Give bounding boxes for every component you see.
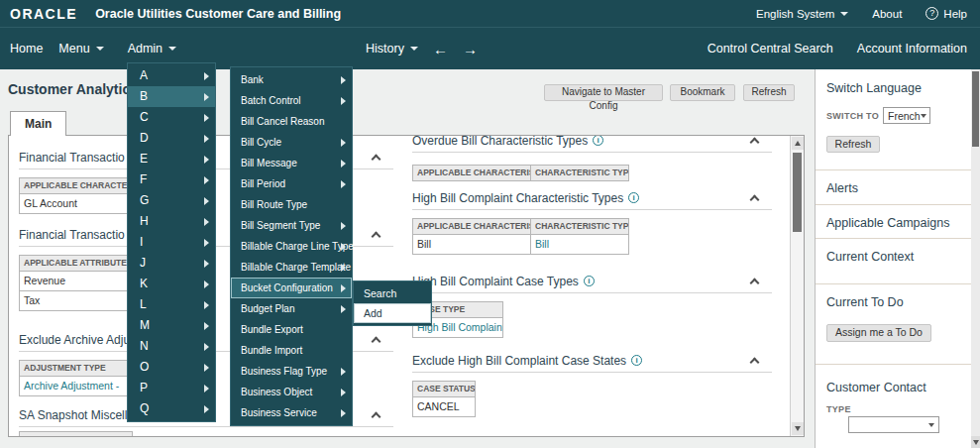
submenu-item-business-flag-type[interactable]: Business Flag Type: [231, 361, 352, 382]
admin-letter-menu: A B C D E F G H I J K L M N O P Q: [127, 62, 216, 422]
submenu-item-budget-plan[interactable]: Budget Plan: [231, 298, 352, 319]
scrollbar-thumb[interactable]: [793, 153, 802, 232]
admin-letter-a[interactable]: A: [128, 65, 215, 86]
scrollbar-thumb[interactable]: [972, 71, 979, 147]
submenu-item-bundle-import[interactable]: Bundle Import: [231, 340, 352, 361]
scroll-down-button[interactable]: [971, 436, 980, 448]
admin-letter-p[interactable]: P: [128, 378, 215, 398]
submenu-item-bill-message[interactable]: Bill Message: [231, 153, 352, 173]
info-icon[interactable]: i: [593, 135, 603, 146]
navigate-master-config-button[interactable]: Navigate to Master Config: [544, 84, 663, 101]
section-high-bill-complaint-case-types: High Bill Complaint Case Typesi CASE TYP…: [412, 272, 780, 338]
help-link[interactable]: ? Help: [926, 7, 967, 20]
nav-history[interactable]: History: [366, 42, 418, 56]
admin-letter-q[interactable]: Q: [128, 398, 215, 419]
submenu-arrow-icon: [341, 264, 346, 272]
zone-divider: [816, 238, 971, 239]
table-cell: Revenue: [19, 271, 130, 291]
submenu-item-bill-route-type[interactable]: Bill Route Type: [231, 194, 352, 215]
bucket-configuration-submenu: Search Add: [353, 280, 432, 326]
zone-divider: [816, 204, 971, 205]
collapse-caret-icon[interactable]: [750, 195, 760, 205]
zone-customer-contact-title[interactable]: Customer Contact: [826, 381, 926, 394]
collapse-caret-icon[interactable]: [372, 337, 381, 347]
menu-item-add[interactable]: Add: [354, 303, 431, 323]
language-system-selector[interactable]: English System: [756, 8, 848, 20]
dropdown-caret-icon: [168, 47, 176, 51]
about-link[interactable]: About: [872, 8, 902, 20]
history-forward-icon[interactable]: →: [463, 42, 478, 56]
info-icon[interactable]: i: [631, 355, 642, 366]
submenu-item-bill-period[interactable]: Bill Period: [231, 173, 352, 194]
column-header: APPLICABLE ATTRIBUTE: [19, 255, 130, 272]
column-header: CHARACTERISTIC TYPE: [530, 165, 629, 181]
menu-item-search[interactable]: Search: [354, 283, 431, 303]
zone-current-todo-title[interactable]: Current To Do: [826, 295, 904, 309]
collapse-caret-icon[interactable]: [750, 138, 760, 148]
zone-alerts-title[interactable]: Alerts: [826, 181, 858, 195]
switch-to-label: SWITCH TO: [826, 111, 879, 121]
language-select[interactable]: French: [883, 107, 930, 124]
admin-letter-i[interactable]: I: [128, 232, 215, 253]
section-exclude-high-bill-complaint-case-states: Exclude High Bill Complaint Case Statesi…: [412, 351, 780, 417]
submenu-item-bundle-export[interactable]: Bundle Export: [231, 319, 352, 340]
admin-letter-l[interactable]: L: [128, 294, 215, 315]
table-cell-link[interactable]: Bill: [530, 234, 629, 255]
scroll-down-button[interactable]: [792, 422, 804, 435]
collapse-caret-icon[interactable]: [372, 232, 381, 242]
collapse-caret-icon[interactable]: [750, 279, 760, 288]
submenu-arrow-icon: [204, 364, 209, 372]
collapse-caret-icon[interactable]: [750, 358, 760, 368]
admin-letter-h[interactable]: H: [128, 211, 215, 232]
section-title: Exclude High Bill Complaint Case States: [412, 354, 626, 368]
history-back-icon[interactable]: ←: [433, 42, 448, 56]
collapse-caret-icon[interactable]: [372, 412, 381, 422]
submenu-item-batch-control[interactable]: Batch Control: [231, 90, 352, 111]
table-row: High Bill Complaint: [412, 317, 780, 338]
submenu-item-bucket-configuration[interactable]: Bucket Configuration: [231, 278, 352, 298]
nav-admin-label: Admin: [128, 42, 163, 56]
tab-main[interactable]: Main: [10, 111, 66, 136]
table-cell-link[interactable]: Archive Adjustment -: [19, 376, 143, 396]
submenu-item-bill-segment-type[interactable]: Bill Segment Type: [231, 215, 352, 236]
submenu-item-billable-charge-template[interactable]: Billable Charge Template: [231, 257, 352, 278]
admin-letter-c[interactable]: C: [128, 107, 215, 128]
refresh-button[interactable]: Refresh: [743, 84, 795, 101]
info-icon[interactable]: i: [628, 192, 639, 203]
section-title: SA Snapshot Miscell: [19, 408, 127, 422]
admin-letter-j[interactable]: J: [128, 253, 215, 274]
admin-letter-o[interactable]: O: [128, 357, 215, 378]
admin-letter-d[interactable]: D: [128, 128, 215, 149]
submenu-item-business-service[interactable]: Business Service: [231, 402, 352, 423]
nav-menu[interactable]: Menu: [58, 42, 103, 56]
zone-applicable-campaigns-title[interactable]: Applicable Campaigns: [826, 216, 949, 230]
admin-letter-f[interactable]: F: [128, 169, 215, 190]
submenu-item-billable-charge-line-type[interactable]: Billable Charge Line Type: [231, 236, 352, 257]
admin-letter-g[interactable]: G: [128, 190, 215, 211]
submenu-item-bill-cycle[interactable]: Bill Cycle: [231, 132, 352, 153]
section-high-bill-complaint-char-types: High Bill Complaint Characteristic Types…: [412, 188, 780, 255]
submenu-item-bill-cancel-reason[interactable]: Bill Cancel Reason: [231, 111, 352, 132]
admin-letter-n[interactable]: N: [128, 336, 215, 357]
submenu-item-business-object[interactable]: Business Object: [231, 382, 352, 402]
admin-letter-m[interactable]: M: [128, 315, 215, 336]
admin-letter-k[interactable]: K: [128, 274, 215, 294]
page-scrollbar: [971, 69, 980, 448]
scroll-up-button[interactable]: [792, 137, 804, 150]
bookmark-button[interactable]: Bookmark: [670, 84, 735, 101]
info-icon[interactable]: i: [584, 276, 595, 286]
submenu-arrow-icon: [341, 97, 346, 105]
customer-contact-type-select[interactable]: [848, 416, 939, 433]
nav-account-information[interactable]: Account Information: [857, 42, 967, 56]
nav-admin[interactable]: Admin: [128, 42, 176, 56]
zone-current-context-title[interactable]: Current Context: [826, 250, 914, 264]
nav-home[interactable]: Home: [10, 42, 43, 56]
admin-letter-b[interactable]: B: [128, 86, 215, 107]
admin-letter-e[interactable]: E: [128, 149, 215, 169]
collapse-caret-icon[interactable]: [372, 155, 381, 165]
submenu-item-bank[interactable]: Bank: [231, 69, 352, 90]
sidebar-refresh-button[interactable]: Refresh: [826, 136, 880, 153]
zone-switch-language-title[interactable]: Switch Language: [826, 81, 922, 95]
nav-control-central-search[interactable]: Control Central Search: [708, 42, 833, 56]
assign-todo-button[interactable]: Assign me a To Do: [826, 324, 931, 342]
